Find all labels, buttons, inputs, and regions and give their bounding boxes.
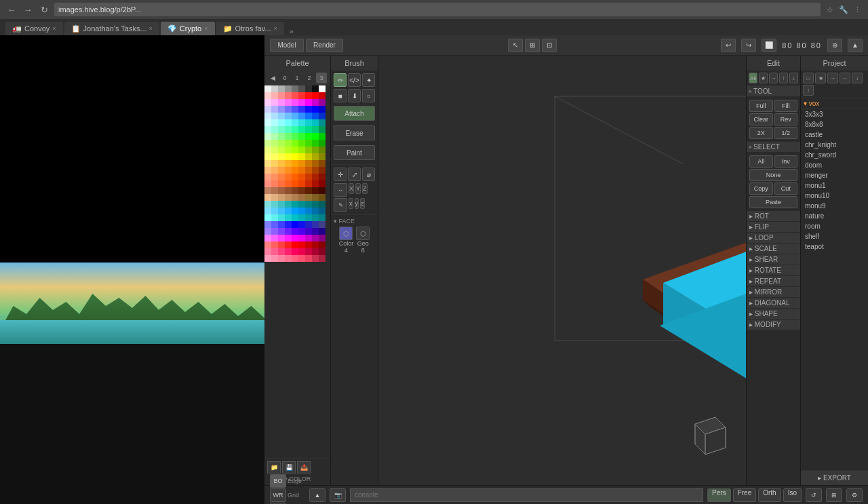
color-cell-1-3[interactable] xyxy=(285,92,292,99)
color-cell-17-3[interactable] xyxy=(285,201,292,208)
viewport-3d[interactable] xyxy=(378,56,746,485)
color-cell-16-3[interactable] xyxy=(285,194,292,201)
project-item-doom[interactable]: doom xyxy=(801,160,868,170)
project-item-monu1[interactable]: monu1 xyxy=(801,180,868,191)
color-cell-6-4[interactable] xyxy=(292,126,298,133)
axis-z2[interactable]: z xyxy=(360,198,365,209)
color-cell-16-0[interactable] xyxy=(264,194,271,201)
palette-open[interactable]: 📁 xyxy=(267,461,281,473)
color-cell-14-6[interactable] xyxy=(305,180,312,187)
color-cell-10-4[interactable] xyxy=(292,153,298,160)
brush-star[interactable]: ✦ xyxy=(362,73,375,87)
color-cell-4-3[interactable] xyxy=(285,113,292,119)
proj-import-icon[interactable]: ← xyxy=(840,73,850,83)
color-cell-14-1[interactable] xyxy=(271,180,278,187)
color-cell-15-8[interactable] xyxy=(319,187,326,194)
color-cell-23-2[interactable] xyxy=(278,241,285,248)
color-cell-6-3[interactable] xyxy=(285,126,292,133)
brush-circle[interactable]: ○ xyxy=(362,89,375,102)
color-cell-9-6[interactable] xyxy=(305,147,312,153)
color-cell-23-0[interactable] xyxy=(264,241,271,248)
pers-btn[interactable]: Pers xyxy=(707,488,731,502)
proj-down-icon[interactable]: ↓ xyxy=(852,73,863,83)
project-item-chr-knight[interactable]: chr_knight xyxy=(801,140,868,150)
section-repeat[interactable]: ▸ REPEAT xyxy=(747,276,800,287)
color-cell-23-3[interactable] xyxy=(285,241,292,248)
color-cell-14-4[interactable] xyxy=(292,180,298,187)
section-scale[interactable]: ▸ SCALE xyxy=(747,244,800,254)
tool-fill-btn[interactable]: Fill xyxy=(774,100,798,112)
color-cell-4-5[interactable] xyxy=(298,113,305,119)
color-cell-21-5[interactable] xyxy=(298,228,305,235)
color-cell-0-1[interactable] xyxy=(271,85,278,92)
color-cell-11-6[interactable] xyxy=(305,160,312,167)
color-cell-20-7[interactable] xyxy=(312,221,319,228)
color-cell-17-4[interactable] xyxy=(292,201,298,208)
color-cell-17-6[interactable] xyxy=(305,201,312,208)
color-cell-12-2[interactable] xyxy=(278,167,285,174)
color-cell-14-5[interactable] xyxy=(298,180,305,187)
color-cell-11-0[interactable] xyxy=(264,160,271,167)
color-cell-23-6[interactable] xyxy=(305,241,312,248)
color-cell-19-5[interactable] xyxy=(298,214,305,221)
palette-tab-3[interactable]: 3 xyxy=(316,73,327,83)
color-cell-8-4[interactable] xyxy=(292,140,298,147)
color-cell-25-1[interactable] xyxy=(271,255,278,262)
color-cell-2-6[interactable] xyxy=(305,99,312,106)
edit-all-icon[interactable]: All xyxy=(749,73,757,83)
project-item-monu10[interactable]: monu10 xyxy=(801,191,868,201)
color-cell-12-3[interactable] xyxy=(285,167,292,174)
color-cell-20-2[interactable] xyxy=(278,221,285,228)
color-cell-11-8[interactable] xyxy=(319,160,326,167)
color-cell-19-0[interactable] xyxy=(264,214,271,221)
section-shear[interactable]: ▸ SHEAR xyxy=(747,254,800,265)
color-cell-13-5[interactable] xyxy=(298,174,305,180)
forward-button[interactable]: → xyxy=(22,3,34,16)
undo-icon[interactable]: ↩ xyxy=(721,39,736,52)
color-cell-13-6[interactable] xyxy=(305,174,312,180)
brush-pen2[interactable]: ✎ xyxy=(334,198,347,212)
color-cell-13-8[interactable] xyxy=(319,174,326,180)
brush-erase-btn[interactable]: Erase xyxy=(334,125,375,140)
color-cell-8-1[interactable] xyxy=(271,140,278,147)
color-cell-19-2[interactable] xyxy=(278,214,285,221)
settings-view-btn[interactable]: ⚙ xyxy=(846,488,863,502)
color-cell-20-0[interactable] xyxy=(264,221,271,228)
color-cell-23-1[interactable] xyxy=(271,241,278,248)
color-cell-22-5[interactable] xyxy=(298,235,305,241)
color-cell-19-7[interactable] xyxy=(312,214,319,221)
tab-close-crypto[interactable]: × xyxy=(204,25,208,32)
project-item-nature[interactable]: nature xyxy=(801,211,868,221)
color-cell-23-5[interactable] xyxy=(298,241,305,248)
color-cell-7-4[interactable] xyxy=(292,133,298,140)
color-cell-19-6[interactable] xyxy=(305,214,312,221)
palette-tab-0[interactable]: 0 xyxy=(279,73,290,83)
tab-jonathan[interactable]: 📋 Jonathan's Tasks... × xyxy=(64,22,159,35)
select-inv-btn[interactable]: Inv xyxy=(774,155,798,168)
brush-square[interactable]: ■ xyxy=(334,89,347,102)
select-copy-btn[interactable]: Copy xyxy=(749,182,773,195)
color-cell-9-1[interactable] xyxy=(271,147,278,153)
color-cell-3-7[interactable] xyxy=(312,106,319,113)
color-cell-21-0[interactable] xyxy=(264,228,271,235)
color-cell-24-5[interactable] xyxy=(298,248,305,255)
brush-wand[interactable]: ⌀ xyxy=(362,168,375,181)
color-cell-8-8[interactable] xyxy=(319,140,326,147)
tool-full-btn[interactable]: Full xyxy=(749,100,773,112)
section-tool[interactable]: ▸ TOOL xyxy=(747,86,800,97)
redo-icon[interactable]: ↪ xyxy=(741,39,756,52)
tab-convoy[interactable]: 🚛 Convoy × xyxy=(5,22,63,35)
color-cell-14-7[interactable] xyxy=(312,180,319,187)
color-cell-3-3[interactable] xyxy=(285,106,292,113)
color-cell-5-6[interactable] xyxy=(305,119,312,126)
orth-btn[interactable]: Orth xyxy=(758,488,781,502)
select-paste-btn[interactable]: Paste xyxy=(749,196,797,208)
color-cell-12-4[interactable] xyxy=(292,167,298,174)
select-none-btn[interactable]: None xyxy=(749,169,797,181)
proj-star-icon[interactable]: ★ xyxy=(815,73,826,83)
grid-toggle-btn[interactable]: ⊞ xyxy=(826,488,842,502)
section-diagonal[interactable]: ▸ DIAGONAL xyxy=(747,298,800,309)
color-cell-9-3[interactable] xyxy=(285,147,292,153)
color-cell-15-1[interactable] xyxy=(271,187,278,194)
section-flip[interactable]: ▸ FLIP xyxy=(747,222,800,233)
